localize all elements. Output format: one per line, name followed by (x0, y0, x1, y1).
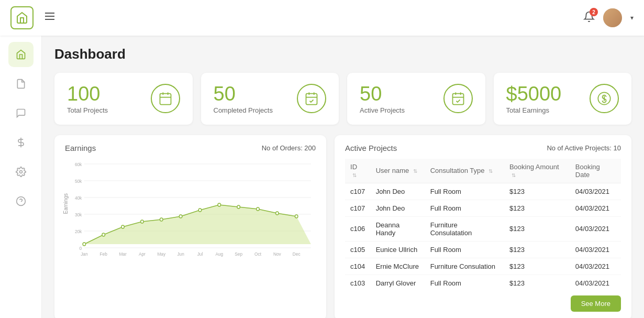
cell-id: c103 (345, 275, 371, 291)
notification-badge: 2 (590, 8, 598, 16)
active-projects-icon (443, 84, 473, 113)
cell-amount: $123 (504, 258, 570, 275)
svg-text:Feb: Feb (100, 251, 107, 256)
svg-rect-11 (306, 94, 317, 105)
cell-username: John Deo (371, 200, 425, 216)
cell-consultation: Furniture Consulation (425, 258, 504, 275)
sidebar-item-settings[interactable] (8, 159, 34, 184)
cell-consultation: Furniture Consulatation (425, 216, 504, 241)
active-projects-panel: Active Projects No of Active Projects: 1… (335, 135, 631, 318)
active-projects-panel-title: Active Projects (345, 144, 397, 152)
table-row: c107 John Deo Full Room $123 04/03/2021 (345, 200, 621, 216)
page-title: Dashboard (54, 46, 631, 62)
svg-point-34 (102, 233, 105, 236)
svg-point-41 (237, 205, 240, 209)
table-row: c104 Ernie McClure Furniture Consulation… (345, 258, 621, 275)
table-row: c107 John Deo Full Room $123 04/03/2021 (345, 183, 621, 200)
cell-amount: $123 (504, 200, 570, 216)
cell-id: c106 (345, 216, 371, 241)
svg-text:60k: 60k (75, 161, 82, 167)
completed-projects-number: 50 (214, 83, 289, 105)
menu-icon[interactable] (44, 10, 55, 25)
cell-username: Eunice Ullrich (371, 241, 425, 258)
svg-point-35 (121, 225, 125, 228)
col-date[interactable]: Booking Date (570, 159, 621, 183)
svg-point-44 (295, 215, 298, 218)
stat-card-total-earnings: $5000 Total Earnings (494, 73, 632, 125)
col-consultation[interactable]: Consultation Type ⇅ (425, 159, 504, 183)
col-username[interactable]: User name ⇅ (371, 159, 425, 183)
stats-row: 100 Total Projects 50 Completed Projects (54, 73, 631, 125)
earnings-panel-subtitle: No of Orders: 200 (262, 144, 316, 152)
svg-text:Jun: Jun (177, 251, 184, 256)
table-row: c103 Darryl Glover Full Room $123 04/03/… (345, 275, 621, 291)
active-projects-number: 50 (360, 83, 435, 105)
svg-point-36 (141, 220, 144, 223)
svg-text:20k: 20k (75, 228, 82, 234)
sidebar-item-earnings[interactable] (8, 130, 34, 155)
cell-amount: $123 (504, 216, 570, 241)
sidebar-item-help[interactable] (8, 189, 34, 214)
sidebar-item-document[interactable] (8, 71, 34, 96)
completed-projects-label: Completed Projects (214, 106, 289, 114)
active-projects-table: ID ⇅ User name ⇅ Consultation Type ⇅ Boo… (345, 159, 621, 291)
chart-y-label: Earnings (63, 193, 69, 214)
stat-card-completed-projects: 50 Completed Projects (201, 73, 339, 125)
svg-text:30k: 30k (75, 212, 82, 217)
svg-text:Apr: Apr (139, 251, 146, 256)
cell-consultation: Full Room (425, 183, 504, 200)
svg-text:Aug: Aug (215, 251, 223, 256)
svg-point-37 (160, 218, 163, 221)
cell-consultation: Full Room (425, 241, 504, 258)
svg-text:Sep: Sep (235, 251, 242, 256)
cell-id: c107 (345, 200, 371, 216)
svg-text:Jan: Jan (81, 251, 88, 256)
notification-bell[interactable]: 2 (583, 11, 595, 25)
sidebar-item-home[interactable] (8, 42, 34, 67)
cell-date: 04/03/2021 (570, 275, 621, 291)
total-earnings-label: Total Earnings (506, 106, 582, 114)
cell-id: c107 (345, 183, 371, 200)
cell-date: 04/03/2021 (570, 258, 621, 275)
svg-text:40k: 40k (75, 195, 82, 200)
svg-rect-15 (452, 94, 463, 105)
col-id[interactable]: ID ⇅ (345, 159, 371, 183)
cell-date: 04/03/2021 (570, 200, 621, 216)
sidebar-item-messages[interactable] (8, 101, 34, 126)
total-projects-icon (151, 84, 180, 113)
see-more-button[interactable]: See More (571, 295, 621, 312)
svg-text:May: May (157, 251, 165, 256)
svg-point-33 (83, 243, 86, 246)
earnings-panel-title: Earnings (65, 144, 96, 152)
stat-card-total-projects: 100 Total Projects (54, 73, 193, 125)
cell-date: 04/03/2021 (570, 183, 621, 200)
cell-consultation: Full Room (425, 275, 504, 291)
avatar[interactable] (603, 8, 622, 27)
total-earnings-icon (590, 84, 619, 113)
earnings-panel: Earnings No of Orders: 200 Earnings 60k … (54, 135, 326, 318)
cell-amount: $123 (504, 183, 570, 200)
stat-card-active-projects: 50 Active Projects (347, 73, 485, 125)
cell-amount: $123 (504, 275, 570, 291)
cell-id: c105 (345, 241, 371, 258)
bottom-row: Earnings No of Orders: 200 Earnings 60k … (54, 135, 631, 318)
cell-date: 04/03/2021 (570, 216, 621, 241)
svg-text:Mar: Mar (119, 251, 126, 256)
logo-icon (10, 6, 34, 29)
svg-point-39 (198, 209, 202, 212)
avatar-chevron-icon[interactable]: ▾ (630, 14, 634, 21)
col-amount[interactable]: Booking Amount ⇅ (504, 159, 570, 183)
completed-projects-icon (297, 84, 326, 113)
total-earnings-number: $5000 (506, 83, 582, 105)
cell-id: c104 (345, 258, 371, 275)
svg-text:Oct: Oct (254, 251, 261, 256)
earnings-chart-svg: 60k 50k 40k 30k 20k 0 (65, 159, 316, 264)
total-projects-label: Total Projects (67, 106, 142, 114)
active-projects-panel-subtitle: No of Active Projects: 10 (547, 144, 621, 152)
svg-text:Jul: Jul (197, 251, 203, 256)
cell-username: Deanna Handy (371, 216, 425, 241)
cell-username: Darryl Glover (371, 275, 425, 291)
svg-point-4 (19, 171, 22, 173)
svg-point-40 (218, 203, 221, 206)
svg-text:Dec: Dec (293, 251, 301, 256)
